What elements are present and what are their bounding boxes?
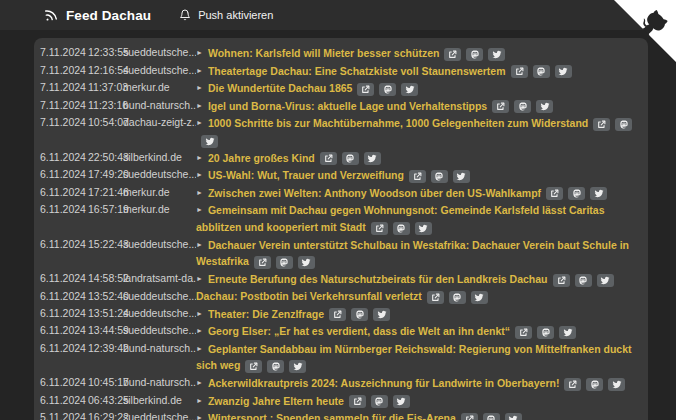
mastodon-share-button[interactable] (568, 187, 585, 200)
twitter-share-button[interactable] (555, 65, 572, 78)
item-title-link[interactable]: Zwischen zwei Welten: Anthony Woodson üb… (208, 186, 541, 198)
external-link-button[interactable] (564, 378, 581, 391)
item-title-link[interactable]: Theater: Die Zenzlfrage (208, 307, 324, 319)
push-activate-button[interactable]: Push aktivieren (179, 9, 273, 21)
expand-marker-icon[interactable]: ► (196, 206, 203, 213)
twitter-share-button[interactable] (393, 395, 410, 408)
expand-marker-icon[interactable]: ► (196, 189, 203, 196)
item-date: 6.11.2024 (40, 166, 88, 184)
github-corner-link[interactable] (614, 0, 676, 62)
twitter-share-button[interactable] (453, 170, 470, 183)
expand-marker-icon[interactable]: ► (196, 397, 203, 404)
mastodon-share-button[interactable] (342, 152, 359, 165)
expand-marker-icon[interactable]: ► (196, 414, 203, 420)
expand-marker-icon[interactable]: ► (196, 102, 203, 109)
mastodon-share-button[interactable] (615, 118, 632, 131)
external-link-button[interactable] (553, 274, 570, 287)
mastodon-icon (397, 224, 405, 233)
twitter-share-button[interactable] (559, 326, 576, 339)
mastodon-share-button[interactable] (431, 170, 448, 183)
mastodon-share-button[interactable] (533, 65, 550, 78)
external-link-button[interactable] (245, 360, 262, 373)
mastodon-share-button[interactable] (393, 222, 410, 235)
expand-marker-icon[interactable]: ► (196, 154, 203, 161)
mastodon-share-button[interactable] (276, 256, 293, 269)
item-title-link[interactable]: Zwanzig Jahre Eltern heute (208, 394, 344, 406)
twitter-share-button[interactable] (590, 187, 607, 200)
item-time: 06:43:25 (88, 392, 123, 410)
item-title-link[interactable]: Georg Elser: „Er hat es verdient, dass d… (208, 325, 510, 337)
expand-marker-icon[interactable]: ► (196, 345, 203, 352)
mastodon-share-button[interactable] (514, 100, 531, 113)
item-title-link[interactable]: US-Wahl: Wut, Trauer und Verzweiflung (208, 169, 404, 181)
item-time: 11:37:03 (88, 79, 123, 97)
item-title-cell: ►Geplanter Sandabbau im Nürnberger Reich… (196, 340, 638, 375)
twitter-share-button[interactable] (364, 152, 381, 165)
item-title-link[interactable]: Dachau: Postbotin bei Verkehrsunfall ver… (196, 290, 422, 302)
external-link-button[interactable] (349, 395, 366, 408)
external-link-button[interactable] (593, 118, 610, 131)
twitter-share-button[interactable] (505, 413, 522, 420)
mastodon-share-button[interactable] (371, 395, 388, 408)
mastodon-share-button[interactable] (575, 274, 592, 287)
twitter-share-button[interactable] (373, 308, 390, 321)
item-title-link[interactable]: 20 Jahre großes Kind (208, 151, 315, 163)
item-title-link[interactable]: Die Wundertüte Dachau 1865 (208, 82, 353, 94)
expand-marker-icon[interactable]: ► (196, 275, 203, 282)
external-link-button[interactable] (515, 326, 532, 339)
expand-marker-icon[interactable]: ► (196, 67, 203, 74)
external-link-button[interactable] (254, 256, 271, 269)
twitter-share-button[interactable] (415, 222, 432, 235)
item-title-link[interactable]: Igel und Borna-Virus: aktuelle Lage und … (208, 99, 487, 111)
external-link-button[interactable] (320, 152, 337, 165)
twitter-share-button[interactable] (289, 360, 306, 373)
external-link-button[interactable] (329, 308, 346, 321)
item-title-link[interactable]: Wintersport : Spenden sammeln für die Ei… (208, 412, 456, 420)
twitter-share-button[interactable] (471, 291, 488, 304)
item-title-link[interactable]: 1000 Schritte bis zur Machtübernahme, 10… (208, 117, 588, 129)
item-title-link[interactable]: Ackerwildkrautpreis 2024: Auszeichnung f… (208, 377, 559, 389)
external-link-button[interactable] (357, 83, 374, 96)
mastodon-share-button[interactable] (379, 83, 396, 96)
external-link-button[interactable] (371, 222, 388, 235)
item-source: sueddeutsche.... (123, 166, 196, 184)
expand-marker-icon[interactable]: ► (196, 241, 203, 248)
mastodon-share-button[interactable] (586, 378, 603, 391)
twitter-icon (474, 293, 484, 302)
external-link-button[interactable] (409, 170, 426, 183)
external-link-button[interactable] (546, 187, 563, 200)
external-link-button[interactable] (444, 48, 461, 61)
twitter-share-button[interactable] (488, 48, 505, 61)
mastodon-share-button[interactable] (537, 326, 554, 339)
external-link-button[interactable] (511, 65, 528, 78)
item-date: 6.11.2024 (40, 374, 88, 392)
twitter-share-button[interactable] (298, 256, 315, 269)
twitter-share-button[interactable] (536, 100, 553, 113)
mastodon-icon (346, 154, 354, 163)
twitter-share-button[interactable] (401, 83, 418, 96)
mastodon-share-button[interactable] (466, 48, 483, 61)
external-link-button[interactable] (492, 100, 509, 113)
expand-marker-icon[interactable]: ► (196, 119, 203, 126)
item-title-link[interactable]: Erneute Berufung des Naturschutzbeirats … (208, 273, 548, 285)
external-link-button[interactable] (461, 413, 478, 420)
twitter-share-button[interactable] (201, 135, 218, 148)
item-title-link[interactable]: Wohnen: Karlsfeld will Mieter besser sch… (208, 47, 439, 59)
twitter-share-button[interactable] (608, 378, 625, 391)
twitter-icon (293, 362, 303, 371)
mastodon-share-button[interactable] (267, 360, 284, 373)
mastodon-share-button[interactable] (483, 413, 500, 420)
item-date: 6.11.2024 (40, 340, 88, 375)
mastodon-share-button[interactable] (351, 308, 368, 321)
item-title-link[interactable]: Theatertage Dachau: Eine Schatzkiste vol… (208, 64, 506, 76)
external-link-button[interactable] (427, 291, 444, 304)
expand-marker-icon[interactable]: ► (196, 171, 203, 178)
expand-marker-icon[interactable]: ► (196, 84, 203, 91)
twitter-share-button[interactable] (597, 274, 614, 287)
expand-marker-icon[interactable]: ► (196, 310, 203, 317)
item-source: dachau-zeigt-z... (123, 114, 196, 149)
mastodon-share-button[interactable] (449, 291, 466, 304)
expand-marker-icon[interactable]: ► (196, 327, 203, 334)
expand-marker-icon[interactable]: ► (196, 49, 203, 56)
expand-marker-icon[interactable]: ► (196, 379, 203, 386)
